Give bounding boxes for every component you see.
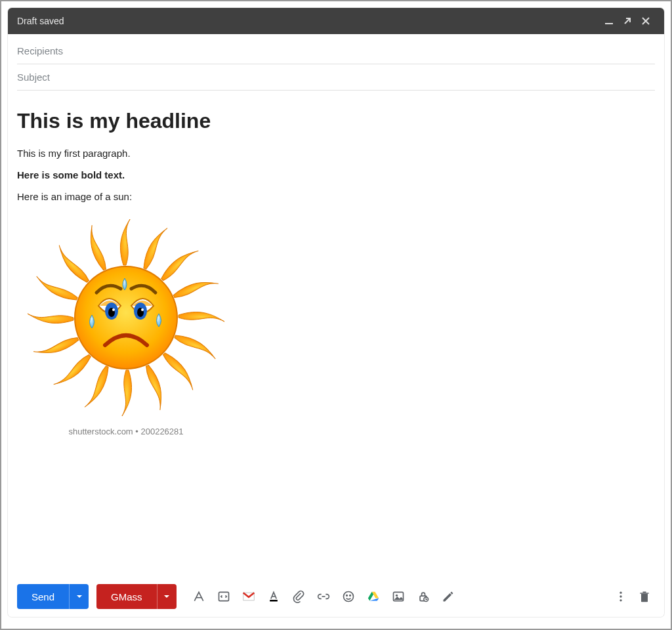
svg-point-18 xyxy=(620,595,621,597)
svg-point-10 xyxy=(343,592,353,602)
body-paragraph-1: This is my first paragraph. xyxy=(17,148,655,159)
header-fields xyxy=(8,34,664,91)
close-icon[interactable] xyxy=(637,12,655,30)
code-view-icon[interactable] xyxy=(213,586,234,607)
compose-window: Draft saved xyxy=(8,8,664,617)
body-headline: This is my headline xyxy=(17,109,655,133)
body-paragraph-2: Here is some bold text. xyxy=(17,169,655,180)
recipients-input[interactable] xyxy=(17,45,655,56)
embedded-image[interactable]: shutterstock.com • 200226281 xyxy=(28,213,655,436)
svg-point-14 xyxy=(395,595,397,597)
svg-point-19 xyxy=(620,599,621,601)
image-caption: shutterstock.com • 200226281 xyxy=(28,427,224,436)
send-more-dropdown[interactable] xyxy=(69,584,89,609)
svg-rect-9 xyxy=(270,600,278,602)
svg-point-7 xyxy=(141,308,144,311)
svg-point-4 xyxy=(112,308,115,311)
body-paragraph-3: Here is an image of a sun: xyxy=(17,191,655,202)
gmass-more-dropdown[interactable] xyxy=(157,584,177,609)
svg-rect-0 xyxy=(605,23,613,24)
send-button[interactable]: Send xyxy=(17,584,89,609)
insert-signature-icon[interactable] xyxy=(438,586,459,607)
popout-icon[interactable] xyxy=(618,12,637,30)
insert-link-icon[interactable] xyxy=(313,586,334,607)
subject-row[interactable] xyxy=(17,64,655,91)
text-color-icon[interactable] xyxy=(263,586,284,607)
formatting-icons xyxy=(188,586,459,607)
svg-point-12 xyxy=(349,595,350,597)
insert-emoji-icon[interactable] xyxy=(338,586,359,607)
window-title: Draft saved xyxy=(17,16,64,26)
insert-photo-icon[interactable] xyxy=(388,586,409,607)
send-button-label: Send xyxy=(17,584,69,609)
confidential-mode-icon[interactable] xyxy=(413,586,434,607)
formatting-options-icon[interactable] xyxy=(188,586,209,607)
recipients-row[interactable] xyxy=(17,38,655,64)
gmass-button-label: GMass xyxy=(96,584,157,609)
svg-point-17 xyxy=(620,592,621,594)
minimize-icon[interactable] xyxy=(600,12,618,30)
insert-drive-icon[interactable] xyxy=(363,586,384,607)
gmail-logo-icon[interactable] xyxy=(238,586,259,607)
gmass-button[interactable]: GMass xyxy=(96,584,177,609)
compose-toolbar: Send GMass xyxy=(8,580,664,617)
discard-draft-icon[interactable] xyxy=(634,586,655,607)
titlebar: Draft saved xyxy=(8,8,664,34)
subject-input[interactable] xyxy=(17,72,655,83)
svg-point-11 xyxy=(346,595,347,597)
message-body[interactable]: This is my headline This is my first par… xyxy=(8,91,664,580)
attach-file-icon[interactable] xyxy=(288,586,309,607)
more-options-icon[interactable] xyxy=(610,586,631,607)
